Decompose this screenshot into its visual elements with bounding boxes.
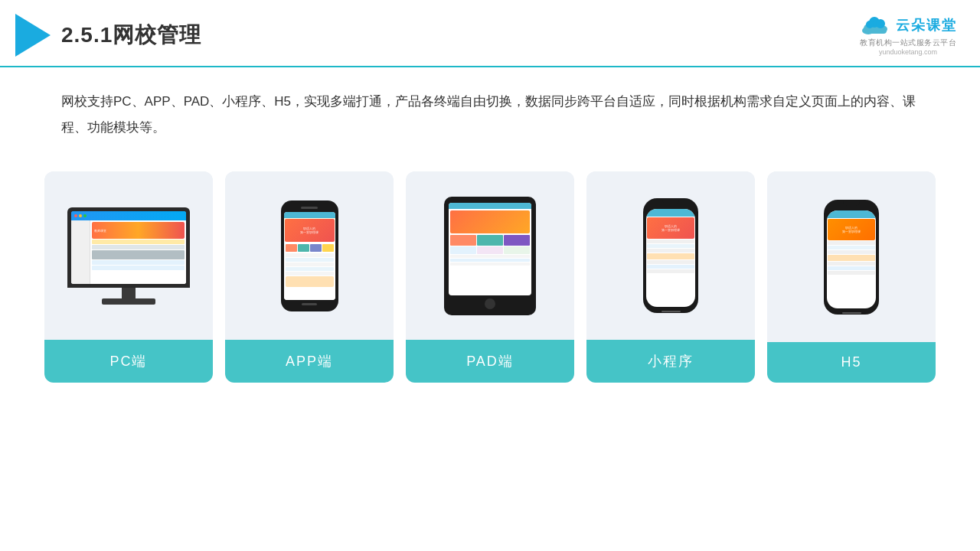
preview-pad	[406, 171, 574, 340]
svg-point-6	[876, 19, 885, 28]
cards-container: 教师课堂	[0, 156, 980, 398]
logo-triangle-icon	[15, 14, 51, 57]
cloud-icon	[859, 15, 891, 36]
miniprogram-phone-icon: 职适人的第一堂职理课	[643, 198, 698, 313]
header-left: 2.5.1网校管理	[15, 14, 201, 57]
label-pc: PC端	[44, 340, 213, 383]
app-phone-icon: 职适人的第一堂职理课	[281, 201, 338, 311]
card-pad: PAD端	[406, 171, 574, 383]
label-app: APP端	[225, 340, 394, 383]
header: 2.5.1网校管理 云朵课堂 教育机构一站式服务云平台 yunduoketang…	[0, 0, 980, 67]
preview-pc: 教师课堂	[44, 171, 213, 340]
brand-name: 云朵课堂	[896, 16, 957, 34]
card-miniprogram: 职适人的第一堂职理课	[586, 171, 755, 383]
brand-url: yunduoketang.com	[879, 48, 937, 56]
preview-miniprogram: 职适人的第一堂职理课	[586, 171, 755, 340]
pad-tablet-icon	[444, 197, 536, 315]
card-app: 职适人的第一堂职理课	[225, 171, 394, 383]
brand-tagline: 教育机构一站式服务云平台	[860, 37, 956, 48]
brand-area: 云朵课堂 教育机构一站式服务云平台 yunduoketang.com	[859, 15, 957, 56]
page-title: 2.5.1网校管理	[61, 21, 201, 50]
svg-point-7	[866, 21, 874, 28]
card-h5: 职适人的第一堂职理课	[767, 171, 936, 383]
h5-phone-icon: 职适人的第一堂职理课	[824, 200, 879, 315]
brand-logo: 云朵课堂 教育机构一站式服务云平台 yunduoketang.com	[859, 15, 957, 56]
label-pad: PAD端	[406, 340, 574, 383]
pc-monitor-icon: 教师课堂	[67, 207, 190, 305]
label-h5: H5	[767, 342, 936, 383]
svg-rect-4	[865, 28, 887, 34]
card-pc: 教师课堂	[44, 171, 213, 383]
description-text: 网校支持PC、APP、PAD、小程序、H5，实现多端打通，产品各终端自由切换，数…	[0, 67, 980, 148]
preview-h5: 职适人的第一堂职理课	[767, 171, 936, 342]
brand-icon-wrap: 云朵课堂	[859, 15, 957, 36]
preview-app: 职适人的第一堂职理课	[225, 171, 394, 340]
label-miniprogram: 小程序	[586, 340, 755, 383]
